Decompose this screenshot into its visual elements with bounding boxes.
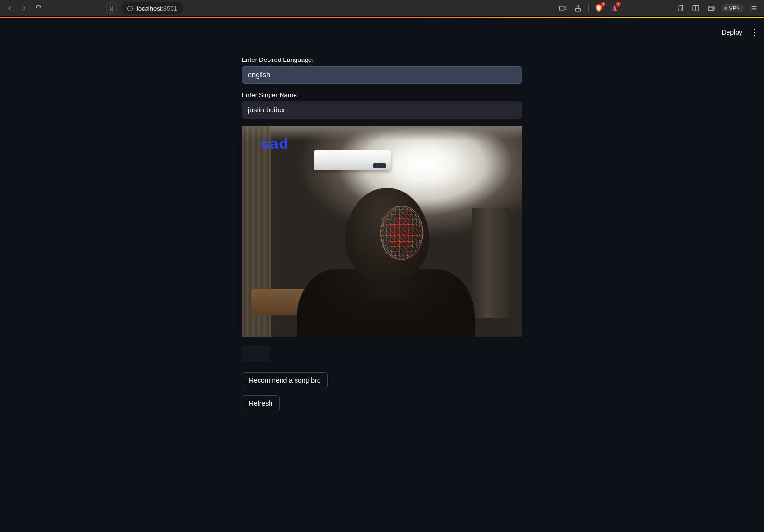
svg-point-8: [678, 9, 679, 11]
url-text: localhost:8501: [137, 5, 177, 12]
vpn-button[interactable]: VPN: [721, 4, 744, 12]
wallet-icon[interactable]: [706, 3, 716, 13]
svg-marker-6: [611, 5, 615, 11]
bookmark-button[interactable]: [106, 2, 117, 14]
toolbar-divider: [588, 4, 589, 12]
forward-button[interactable]: [19, 3, 29, 13]
main-content: Enter Desired Language: Enter Singer Nam…: [242, 18, 522, 437]
language-label: Enter Desired Language:: [242, 56, 522, 63]
reload-button[interactable]: [34, 3, 43, 13]
singer-label: Enter Singer Name:: [242, 91, 522, 98]
hamburger-menu-icon[interactable]: [749, 3, 759, 13]
app-menu-icon[interactable]: [752, 27, 757, 38]
svg-point-2: [130, 9, 130, 10]
rewards-count-badge: 1: [616, 2, 621, 7]
refresh-button[interactable]: Refresh: [242, 395, 280, 411]
address-bar[interactable]: localhost:8501: [121, 2, 183, 14]
media-icon[interactable]: [675, 3, 686, 13]
back-button[interactable]: [5, 3, 14, 13]
person-silhouette: [297, 188, 475, 337]
browser-toolbar: localhost:8501 1 1 VPN: [0, 0, 764, 17]
singer-input[interactable]: [242, 101, 522, 119]
svg-point-9: [681, 9, 683, 10]
vpn-status-dot: [724, 7, 727, 10]
app-viewport: Deploy Enter Desired Language: Enter Sin…: [0, 18, 764, 532]
brave-rewards-icon[interactable]: 1: [609, 3, 619, 13]
video-icon[interactable]: [557, 3, 568, 13]
svg-point-13: [713, 9, 714, 10]
sidebar-icon[interactable]: [690, 3, 701, 13]
recommend-button[interactable]: Recommend a song bro: [242, 372, 328, 388]
emotion-overlay: sad: [261, 135, 289, 153]
share-icon[interactable]: [573, 3, 583, 13]
deploy-button[interactable]: Deploy: [718, 26, 745, 38]
status-placeholder: [242, 345, 270, 362]
language-input[interactable]: [242, 66, 522, 84]
brave-shields-icon[interactable]: 1: [593, 3, 604, 13]
vpn-label: VPN: [729, 5, 740, 11]
svg-rect-3: [560, 6, 564, 10]
shields-count-badge: 1: [601, 2, 605, 7]
svg-rect-10: [693, 6, 699, 11]
webcam-feed: sad: [242, 126, 522, 337]
